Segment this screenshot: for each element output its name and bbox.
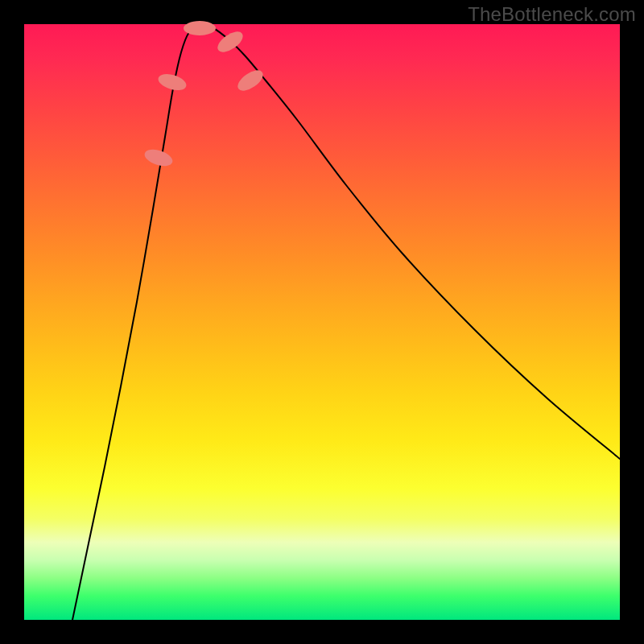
bottleneck-curve bbox=[72, 26, 620, 620]
chart-area bbox=[24, 24, 620, 620]
bottleneck-plot bbox=[24, 24, 620, 620]
curve-markers bbox=[142, 21, 266, 169]
marker-trough bbox=[184, 21, 216, 35]
watermark-text: TheBottleneck.com bbox=[468, 3, 636, 26]
marker-right-upper bbox=[234, 66, 266, 94]
marker-left-upper bbox=[142, 147, 175, 169]
